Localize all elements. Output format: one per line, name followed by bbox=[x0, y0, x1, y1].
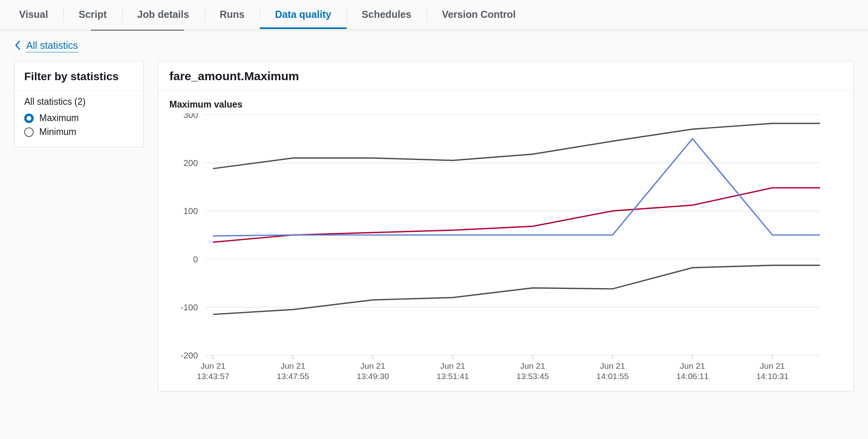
svg-text:14:01:55: 14:01:55 bbox=[596, 372, 629, 381]
tab-version-control[interactable]: Version Control bbox=[427, 0, 531, 29]
svg-text:Jun 21: Jun 21 bbox=[680, 361, 705, 370]
line-chart: -200-1000100200300Jun 2113:43:57Jun 2113… bbox=[169, 113, 828, 383]
svg-text:Jun 21: Jun 21 bbox=[280, 361, 305, 370]
svg-text:-200: -200 bbox=[181, 350, 198, 360]
filter-all-statistics-label[interactable]: All statistics (2) bbox=[24, 96, 134, 107]
breadcrumb-back-link[interactable]: All statistics bbox=[26, 40, 78, 52]
radio-icon bbox=[24, 127, 34, 137]
svg-text:Jun 21: Jun 21 bbox=[200, 361, 225, 370]
chevron-left-icon[interactable] bbox=[14, 40, 21, 52]
tab-runs[interactable]: Runs bbox=[205, 0, 260, 29]
tabbar: Visual Script Job details Runs Data qual… bbox=[0, 0, 868, 29]
filter-panel-title: Filter by statistics bbox=[15, 62, 143, 91]
svg-text:13:47:55: 13:47:55 bbox=[277, 372, 309, 381]
svg-text:13:51:41: 13:51:41 bbox=[436, 372, 469, 381]
svg-text:Jun 21: Jun 21 bbox=[360, 361, 385, 370]
svg-text:13:43:57: 13:43:57 bbox=[197, 372, 229, 381]
svg-text:Jun 21: Jun 21 bbox=[600, 361, 625, 370]
svg-text:Jun 21: Jun 21 bbox=[760, 361, 785, 370]
filter-option-label: Maximum bbox=[39, 113, 79, 123]
svg-text:200: 200 bbox=[183, 158, 198, 168]
svg-text:14:06:11: 14:06:11 bbox=[676, 372, 709, 381]
tab-job-details[interactable]: Job details bbox=[122, 0, 205, 29]
tab-script[interactable]: Script bbox=[63, 0, 122, 29]
filter-panel: Filter by statistics All statistics (2) … bbox=[14, 61, 144, 147]
chart-panel: fare_amount.Maximum Maximum values -200-… bbox=[158, 61, 854, 391]
breadcrumb: All statistics bbox=[14, 40, 854, 52]
chart-title: Maximum values bbox=[169, 99, 842, 110]
svg-text:100: 100 bbox=[183, 206, 198, 216]
svg-text:14:10:31: 14:10:31 bbox=[756, 372, 789, 381]
tab-data-quality[interactable]: Data quality bbox=[260, 0, 347, 29]
chart-panel-title: fare_amount.Maximum bbox=[158, 62, 853, 90]
radio-icon bbox=[24, 114, 34, 123]
filter-option-maximum[interactable]: Maximum bbox=[24, 111, 134, 125]
tab-visual[interactable]: Visual bbox=[4, 0, 63, 29]
tab-schedules[interactable]: Schedules bbox=[347, 0, 427, 29]
svg-text:13:53:45: 13:53:45 bbox=[517, 372, 549, 381]
filter-option-minimum[interactable]: Minimum bbox=[24, 125, 134, 139]
filter-option-label: Minimum bbox=[39, 127, 76, 137]
svg-text:13:49:30: 13:49:30 bbox=[357, 372, 389, 381]
svg-text:300: 300 bbox=[183, 113, 198, 120]
svg-text:0: 0 bbox=[193, 254, 198, 264]
svg-text:-100: -100 bbox=[181, 302, 198, 312]
svg-text:Jun 21: Jun 21 bbox=[440, 361, 465, 370]
svg-text:Jun 21: Jun 21 bbox=[520, 361, 545, 370]
